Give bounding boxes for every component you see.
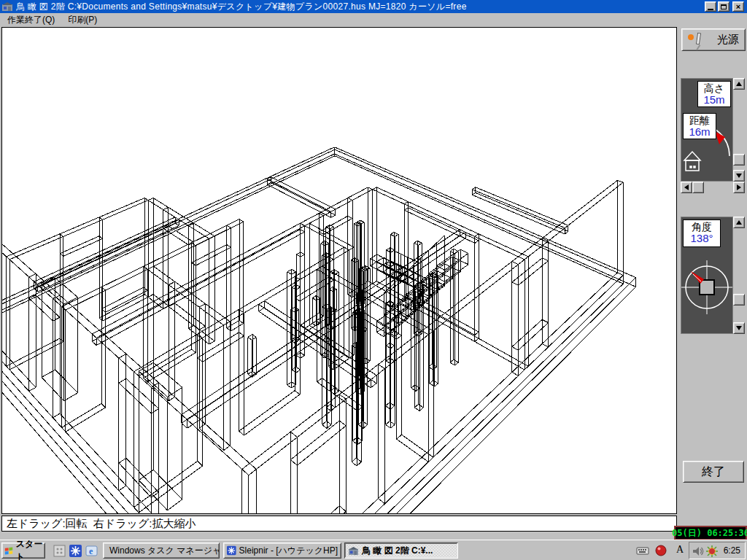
task-button-sleipnir[interactable]: Sleipnir - [ハウテックHP]	[223, 542, 341, 559]
distance-display: 距離 16m	[683, 113, 716, 139]
antivirus-tray-icon[interactable]	[705, 545, 719, 558]
distance-value: 16m	[684, 126, 716, 139]
ime-indicator[interactable]: A	[676, 544, 684, 557]
windows-logo-icon	[4, 545, 14, 556]
light-source-button[interactable]: 光源	[681, 28, 746, 51]
desktop-clock-overlay: 05(日) 06:25:36	[674, 526, 747, 540]
sleipnir-icon	[227, 545, 236, 556]
svg-text:e: e	[89, 546, 93, 556]
taskbar: スタート e Windows タスク マネージャ	[0, 540, 747, 560]
ime-letter: A	[676, 544, 684, 555]
angle-scroll-thumb[interactable]	[733, 294, 745, 306]
distance-label: 距離	[684, 115, 716, 126]
angle-display: 角度 138°	[683, 219, 721, 247]
close-button[interactable]: ×	[732, 1, 744, 12]
arrow-right-icon	[737, 184, 741, 190]
wireframe-viewport[interactable]	[1, 27, 677, 514]
task-button-taskmanager[interactable]: Windows タスク マネージャ	[103, 542, 220, 559]
system-tray: 6:25	[689, 542, 746, 559]
start-label: スタート	[16, 538, 44, 560]
distance-scroll-left[interactable]	[681, 182, 692, 193]
light-pen-icon	[696, 33, 701, 45]
internet-explorer-icon[interactable]: e	[85, 545, 98, 557]
status-bar: 左ドラッグ:回転 右ドラッグ:拡大縮小	[1, 516, 677, 532]
height-value: 15m	[698, 94, 730, 106]
trackball-tray-icon[interactable]	[654, 544, 667, 557]
start-button[interactable]: スタート	[1, 542, 45, 559]
height-scrollbar[interactable]	[733, 78, 745, 182]
exit-button-label: 終了	[702, 464, 725, 480]
arrow-left-icon	[684, 184, 689, 190]
arrow-down-icon	[736, 326, 742, 330]
height-display: 高さ 15m	[697, 81, 731, 107]
status-text: 左ドラッグ:回転 右ドラッグ:拡大縮小	[7, 517, 196, 531]
distance-scrollbar[interactable]	[681, 182, 745, 193]
task-button-label: Sleipnir - [ハウテックHP]	[239, 545, 338, 557]
light-source-label: 光源	[717, 33, 739, 47]
distance-scroll-thumb[interactable]	[692, 182, 704, 193]
menu-bar: 作業終了(Q) 印刷(P)	[0, 13, 747, 27]
show-desktop-icon[interactable]	[53, 545, 66, 557]
height-label: 高さ	[698, 83, 730, 94]
wireframe-drawing	[2, 28, 676, 513]
clock-text: 05(日) 06:25:36	[672, 527, 747, 540]
compass-center-square	[700, 280, 714, 295]
angle-scroll-down[interactable]	[733, 322, 745, 334]
app-icon	[1, 1, 13, 12]
volume-tray-icon[interactable]	[692, 545, 705, 558]
task-button-label: Windows タスク マネージャ	[109, 545, 220, 557]
arrow-up-icon	[736, 82, 742, 86]
menu-item-quit[interactable]: 作業終了(Q)	[1, 12, 61, 28]
restore-button[interactable]	[718, 1, 729, 12]
angle-scrollbar[interactable]	[733, 217, 745, 334]
angle-label: 角度	[684, 222, 720, 233]
arrow-up-icon	[736, 220, 742, 225]
tray-clock[interactable]: 6:25	[724, 545, 740, 556]
angle-value: 138°	[684, 233, 720, 245]
arrow-down-icon	[736, 174, 742, 178]
close-icon: ×	[736, 3, 740, 10]
restore-icon	[721, 4, 727, 9]
light-dot-icon	[688, 34, 694, 40]
height-scroll-up[interactable]	[733, 78, 745, 90]
title-bar: 鳥 瞰 図 2階 C:¥Documents and Settings¥matsu…	[0, 0, 747, 13]
height-scroll-thumb[interactable]	[733, 154, 745, 166]
keyboard-tray-icon[interactable]	[636, 544, 649, 557]
distance-scroll-right[interactable]	[733, 182, 745, 193]
window-title: 鳥 瞰 図 2階 C:¥Documents and Settings¥matsu…	[16, 1, 467, 13]
house-icon	[684, 152, 700, 171]
task-button-label: 鳥 瞰 図 2階 C:¥...	[362, 545, 433, 557]
exit-button[interactable]: 終了	[683, 461, 744, 483]
angle-scroll-up[interactable]	[733, 217, 745, 228]
menu-item-print[interactable]: 印刷(P)	[62, 12, 103, 28]
task-button-birdview[interactable]: 鳥 瞰 図 2階 C:¥...	[344, 542, 458, 559]
height-scroll-down[interactable]	[733, 170, 745, 182]
minimize-button[interactable]	[705, 1, 716, 12]
birdview-app-icon	[348, 546, 359, 556]
minimize-icon	[708, 9, 713, 10]
sleipnir-quicklaunch-icon[interactable]	[69, 545, 82, 557]
